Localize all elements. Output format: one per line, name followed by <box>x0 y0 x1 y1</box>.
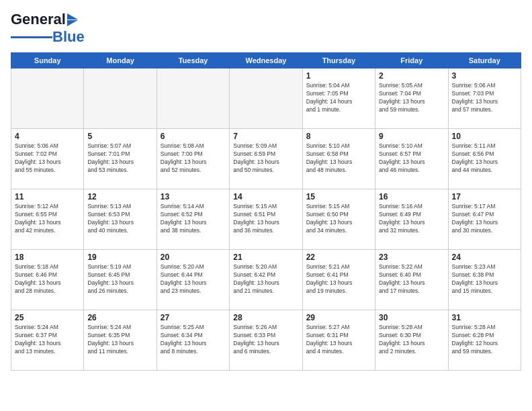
day-number: 9 <box>379 132 444 141</box>
calendar-cell: 19Sunrise: 5:19 AM Sunset: 6:45 PM Dayli… <box>84 250 157 310</box>
logo-general: General <box>11 11 66 28</box>
day-header-saturday: Saturday <box>448 53 521 68</box>
day-info: Sunrise: 5:08 AM Sunset: 7:00 PM Dayligh… <box>161 142 226 175</box>
day-number: 19 <box>87 253 152 262</box>
day-info: Sunrise: 5:07 AM Sunset: 7:01 PM Dayligh… <box>87 142 152 175</box>
day-info: Sunrise: 5:16 AM Sunset: 6:49 PM Dayligh… <box>379 203 444 235</box>
calendar-cell: 31Sunrise: 5:28 AM Sunset: 6:28 PM Dayli… <box>448 310 521 371</box>
calendar-cell: 12Sunrise: 5:13 AM Sunset: 6:53 PM Dayli… <box>84 189 157 250</box>
week-row-4: 18Sunrise: 5:18 AM Sunset: 6:46 PM Dayli… <box>11 250 521 310</box>
day-number: 6 <box>161 132 226 141</box>
calendar-cell: 29Sunrise: 5:27 AM Sunset: 6:31 PM Dayli… <box>302 310 375 371</box>
day-info: Sunrise: 5:19 AM Sunset: 6:45 PM Dayligh… <box>87 263 152 295</box>
day-number: 11 <box>15 192 80 201</box>
day-info: Sunrise: 5:10 AM Sunset: 6:58 PM Dayligh… <box>306 142 371 175</box>
calendar-cell: 4Sunrise: 5:06 AM Sunset: 7:02 PM Daylig… <box>11 129 84 189</box>
calendar-cell: 6Sunrise: 5:08 AM Sunset: 7:00 PM Daylig… <box>157 129 229 189</box>
page-header: General Blue <box>11 11 521 46</box>
day-info: Sunrise: 5:13 AM Sunset: 6:53 PM Dayligh… <box>87 203 152 235</box>
day-number: 20 <box>161 253 226 262</box>
day-info: Sunrise: 5:10 AM Sunset: 6:57 PM Dayligh… <box>379 142 444 175</box>
day-info: Sunrise: 5:27 AM Sunset: 6:31 PM Dayligh… <box>306 324 371 356</box>
day-header-wednesday: Wednesday <box>230 53 302 68</box>
day-number: 29 <box>306 313 371 322</box>
calendar-cell: 17Sunrise: 5:17 AM Sunset: 6:47 PM Dayli… <box>448 189 521 250</box>
calendar-cell: 28Sunrise: 5:26 AM Sunset: 6:33 PM Dayli… <box>230 310 302 371</box>
day-number: 30 <box>379 313 444 322</box>
day-info: Sunrise: 5:18 AM Sunset: 6:46 PM Dayligh… <box>15 263 80 295</box>
day-number: 12 <box>87 192 152 201</box>
calendar-cell: 20Sunrise: 5:20 AM Sunset: 6:44 PM Dayli… <box>157 250 229 310</box>
day-number: 22 <box>306 253 371 262</box>
day-info: Sunrise: 5:23 AM Sunset: 6:38 PM Dayligh… <box>452 263 517 295</box>
calendar-cell: 9Sunrise: 5:10 AM Sunset: 6:57 PM Daylig… <box>375 129 448 189</box>
day-info: Sunrise: 5:28 AM Sunset: 6:28 PM Dayligh… <box>452 324 517 356</box>
day-info: Sunrise: 5:04 AM Sunset: 7:05 PM Dayligh… <box>306 82 371 114</box>
day-number: 5 <box>87 132 152 141</box>
day-header-sunday: Sunday <box>11 53 84 68</box>
day-info: Sunrise: 5:14 AM Sunset: 6:52 PM Dayligh… <box>161 203 226 235</box>
calendar-cell: 10Sunrise: 5:11 AM Sunset: 6:56 PM Dayli… <box>448 129 521 189</box>
day-number: 24 <box>452 253 517 262</box>
day-info: Sunrise: 5:20 AM Sunset: 6:44 PM Dayligh… <box>161 263 226 295</box>
logo: General Blue <box>11 11 85 46</box>
day-number: 26 <box>87 313 152 322</box>
calendar-cell: 3Sunrise: 5:06 AM Sunset: 7:03 PM Daylig… <box>448 68 521 129</box>
day-number: 1 <box>306 71 371 81</box>
day-info: Sunrise: 5:11 AM Sunset: 6:56 PM Dayligh… <box>452 142 517 175</box>
calendar-cell: 21Sunrise: 5:20 AM Sunset: 6:42 PM Dayli… <box>230 250 302 310</box>
calendar-cell: 30Sunrise: 5:28 AM Sunset: 6:30 PM Dayli… <box>375 310 448 371</box>
day-number: 16 <box>379 192 444 201</box>
calendar-cell: 2Sunrise: 5:05 AM Sunset: 7:04 PM Daylig… <box>375 68 448 129</box>
day-header-friday: Friday <box>375 53 448 68</box>
calendar-cell: 27Sunrise: 5:25 AM Sunset: 6:34 PM Dayli… <box>157 310 229 371</box>
day-number: 8 <box>306 132 371 141</box>
calendar-cell: 23Sunrise: 5:22 AM Sunset: 6:40 PM Dayli… <box>375 250 448 310</box>
day-number: 3 <box>452 71 517 81</box>
calendar-cell: 16Sunrise: 5:16 AM Sunset: 6:49 PM Dayli… <box>375 189 448 250</box>
day-info: Sunrise: 5:24 AM Sunset: 6:37 PM Dayligh… <box>15 324 80 356</box>
day-info: Sunrise: 5:25 AM Sunset: 6:34 PM Dayligh… <box>161 324 226 356</box>
day-info: Sunrise: 5:09 AM Sunset: 6:59 PM Dayligh… <box>233 142 298 175</box>
calendar-cell: 26Sunrise: 5:24 AM Sunset: 6:35 PM Dayli… <box>84 310 157 371</box>
day-number: 15 <box>306 192 371 201</box>
calendar-cell <box>11 68 84 129</box>
day-number: 28 <box>233 313 298 322</box>
day-info: Sunrise: 5:21 AM Sunset: 6:41 PM Dayligh… <box>306 263 371 295</box>
calendar-cell <box>157 68 229 129</box>
day-info: Sunrise: 5:06 AM Sunset: 7:03 PM Dayligh… <box>452 82 517 114</box>
calendar-cell: 22Sunrise: 5:21 AM Sunset: 6:41 PM Dayli… <box>302 250 375 310</box>
calendar-cell <box>84 68 157 129</box>
week-row-1: 1Sunrise: 5:04 AM Sunset: 7:05 PM Daylig… <box>11 68 521 129</box>
day-number: 31 <box>452 313 517 322</box>
day-number: 27 <box>161 313 226 322</box>
calendar-cell: 1Sunrise: 5:04 AM Sunset: 7:05 PM Daylig… <box>302 68 375 129</box>
day-info: Sunrise: 5:26 AM Sunset: 6:33 PM Dayligh… <box>233 324 298 356</box>
calendar-cell: 15Sunrise: 5:15 AM Sunset: 6:50 PM Dayli… <box>302 189 375 250</box>
day-info: Sunrise: 5:06 AM Sunset: 7:02 PM Dayligh… <box>15 142 80 175</box>
day-header-monday: Monday <box>84 53 157 68</box>
day-info: Sunrise: 5:20 AM Sunset: 6:42 PM Dayligh… <box>233 263 298 295</box>
calendar-cell: 14Sunrise: 5:15 AM Sunset: 6:51 PM Dayli… <box>230 189 302 250</box>
day-number: 18 <box>15 253 80 262</box>
day-number: 23 <box>379 253 444 262</box>
day-number: 13 <box>161 192 226 201</box>
day-info: Sunrise: 5:22 AM Sunset: 6:40 PM Dayligh… <box>379 263 444 295</box>
day-number: 4 <box>15 132 80 141</box>
day-number: 21 <box>233 253 298 262</box>
calendar-cell: 25Sunrise: 5:24 AM Sunset: 6:37 PM Dayli… <box>11 310 84 371</box>
day-info: Sunrise: 5:17 AM Sunset: 6:47 PM Dayligh… <box>452 203 517 235</box>
day-info: Sunrise: 5:15 AM Sunset: 6:51 PM Dayligh… <box>233 203 298 235</box>
calendar-cell: 5Sunrise: 5:07 AM Sunset: 7:01 PM Daylig… <box>84 129 157 189</box>
week-row-2: 4Sunrise: 5:06 AM Sunset: 7:02 PM Daylig… <box>11 129 521 189</box>
calendar-cell: 8Sunrise: 5:10 AM Sunset: 6:58 PM Daylig… <box>302 129 375 189</box>
day-number: 2 <box>379 71 444 81</box>
calendar-table: SundayMondayTuesdayWednesdayThursdayFrid… <box>11 52 521 371</box>
calendar-cell: 7Sunrise: 5:09 AM Sunset: 6:59 PM Daylig… <box>230 129 302 189</box>
day-number: 7 <box>233 132 298 141</box>
calendar-cell: 18Sunrise: 5:18 AM Sunset: 6:46 PM Dayli… <box>11 250 84 310</box>
calendar-cell: 13Sunrise: 5:14 AM Sunset: 6:52 PM Dayli… <box>157 189 229 250</box>
day-info: Sunrise: 5:24 AM Sunset: 6:35 PM Dayligh… <box>87 324 152 356</box>
day-number: 17 <box>452 192 517 201</box>
day-info: Sunrise: 5:12 AM Sunset: 6:55 PM Dayligh… <box>15 203 80 235</box>
